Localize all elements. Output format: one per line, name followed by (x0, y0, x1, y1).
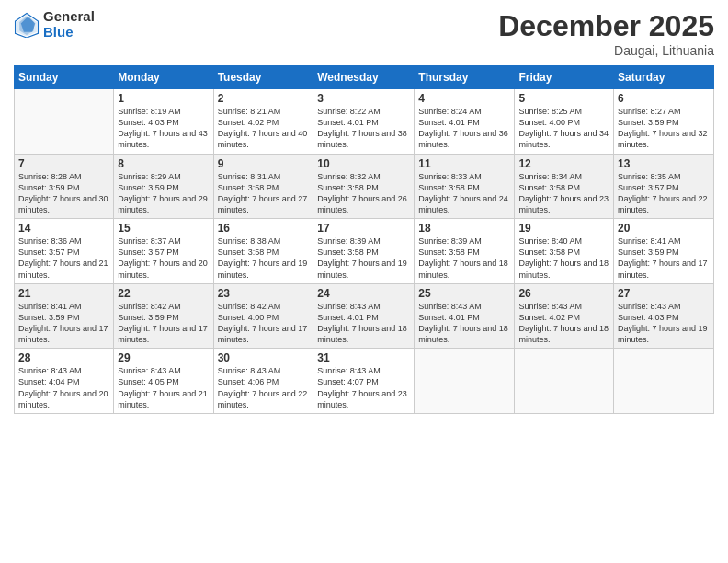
calendar-header-row: Sunday Monday Tuesday Wednesday Thursday… (15, 66, 714, 89)
day-info: Sunrise: 8:43 AMSunset: 4:03 PMDaylight:… (618, 301, 710, 346)
day-info: Sunrise: 8:24 AMSunset: 4:01 PMDaylight:… (418, 106, 510, 151)
day-number: 28 (18, 351, 109, 364)
table-row: 12Sunrise: 8:34 AMSunset: 3:58 PMDayligh… (515, 154, 614, 219)
day-number: 25 (418, 287, 510, 300)
table-row: 2Sunrise: 8:21 AMSunset: 4:02 PMDaylight… (213, 89, 313, 155)
table-row: 19Sunrise: 8:40 AMSunset: 3:58 PMDayligh… (515, 219, 614, 284)
table-row: 22Sunrise: 8:42 AMSunset: 3:59 PMDayligh… (114, 283, 213, 349)
table-row: 20Sunrise: 8:41 AMSunset: 3:59 PMDayligh… (614, 219, 714, 284)
day-info: Sunrise: 8:31 AMSunset: 3:58 PMDaylight:… (218, 171, 310, 216)
day-number: 20 (618, 222, 710, 235)
day-info: Sunrise: 8:43 AMSunset: 4:05 PMDaylight:… (118, 365, 209, 410)
day-number: 3 (317, 92, 410, 105)
day-number: 31 (317, 351, 410, 364)
day-info: Sunrise: 8:35 AMSunset: 3:57 PMDaylight:… (618, 171, 710, 216)
day-number: 30 (218, 351, 310, 364)
day-info: Sunrise: 8:43 AMSunset: 4:01 PMDaylight:… (317, 301, 410, 346)
col-tuesday: Tuesday (213, 66, 313, 89)
day-info: Sunrise: 8:41 AMSunset: 3:59 PMDaylight:… (18, 301, 109, 346)
col-wednesday: Wednesday (313, 66, 415, 89)
table-row: 10Sunrise: 8:32 AMSunset: 3:58 PMDayligh… (313, 154, 415, 219)
day-number: 1 (118, 92, 209, 105)
table-row (614, 349, 714, 414)
day-info: Sunrise: 8:32 AMSunset: 3:58 PMDaylight:… (317, 171, 410, 216)
day-number: 2 (218, 92, 310, 105)
col-thursday: Thursday (415, 66, 515, 89)
page: General Blue December 2025 Daugai, Lithu… (0, 0, 728, 563)
day-info: Sunrise: 8:25 AMSunset: 4:00 PMDaylight:… (518, 106, 609, 151)
day-info: Sunrise: 8:39 AMSunset: 3:58 PMDaylight:… (317, 236, 410, 281)
table-row: 31Sunrise: 8:43 AMSunset: 4:07 PMDayligh… (313, 349, 415, 414)
day-info: Sunrise: 8:22 AMSunset: 4:01 PMDaylight:… (317, 106, 410, 151)
day-number: 23 (218, 287, 310, 300)
location: Daugai, Lithuania (498, 43, 714, 58)
table-row: 26Sunrise: 8:43 AMSunset: 4:02 PMDayligh… (515, 283, 614, 349)
table-row: 9Sunrise: 8:31 AMSunset: 3:58 PMDaylight… (213, 154, 313, 219)
table-row: 29Sunrise: 8:43 AMSunset: 4:05 PMDayligh… (114, 349, 213, 414)
calendar-week-row: 21Sunrise: 8:41 AMSunset: 3:59 PMDayligh… (15, 283, 714, 349)
col-monday: Monday (114, 66, 213, 89)
table-row: 5Sunrise: 8:25 AMSunset: 4:00 PMDaylight… (515, 89, 614, 155)
calendar-table: Sunday Monday Tuesday Wednesday Thursday… (14, 65, 714, 414)
day-number: 24 (317, 287, 410, 300)
day-info: Sunrise: 8:19 AMSunset: 4:03 PMDaylight:… (118, 106, 209, 151)
day-info: Sunrise: 8:37 AMSunset: 3:57 PMDaylight:… (118, 236, 209, 281)
day-number: 26 (518, 287, 609, 300)
day-info: Sunrise: 8:41 AMSunset: 3:59 PMDaylight:… (618, 236, 710, 281)
table-row: 21Sunrise: 8:41 AMSunset: 3:59 PMDayligh… (15, 283, 114, 349)
day-info: Sunrise: 8:43 AMSunset: 4:07 PMDaylight:… (317, 365, 410, 410)
table-row: 15Sunrise: 8:37 AMSunset: 3:57 PMDayligh… (114, 219, 213, 284)
day-number: 7 (18, 157, 109, 170)
col-sunday: Sunday (15, 66, 114, 89)
calendar-week-row: 7Sunrise: 8:28 AMSunset: 3:59 PMDaylight… (15, 154, 714, 219)
day-number: 19 (518, 222, 609, 235)
table-row: 6Sunrise: 8:27 AMSunset: 3:59 PMDaylight… (614, 89, 714, 155)
day-number: 17 (317, 222, 410, 235)
day-info: Sunrise: 8:43 AMSunset: 4:02 PMDaylight:… (518, 301, 609, 346)
day-number: 18 (418, 222, 510, 235)
day-number: 6 (618, 92, 710, 105)
col-saturday: Saturday (614, 66, 714, 89)
day-info: Sunrise: 8:28 AMSunset: 3:59 PMDaylight:… (18, 171, 109, 216)
day-number: 12 (518, 157, 609, 170)
calendar-week-row: 14Sunrise: 8:36 AMSunset: 3:57 PMDayligh… (15, 219, 714, 284)
table-row (515, 349, 614, 414)
day-info: Sunrise: 8:33 AMSunset: 3:58 PMDaylight:… (418, 171, 510, 216)
table-row (415, 349, 515, 414)
day-number: 14 (18, 222, 109, 235)
day-info: Sunrise: 8:42 AMSunset: 3:59 PMDaylight:… (118, 301, 209, 346)
table-row: 30Sunrise: 8:43 AMSunset: 4:06 PMDayligh… (213, 349, 313, 414)
day-info: Sunrise: 8:43 AMSunset: 4:06 PMDaylight:… (218, 365, 310, 410)
day-info: Sunrise: 8:42 AMSunset: 4:00 PMDaylight:… (218, 301, 310, 346)
table-row: 4Sunrise: 8:24 AMSunset: 4:01 PMDaylight… (415, 89, 515, 155)
table-row: 17Sunrise: 8:39 AMSunset: 3:58 PMDayligh… (313, 219, 415, 284)
day-number: 5 (518, 92, 609, 105)
day-number: 11 (418, 157, 510, 170)
table-row: 27Sunrise: 8:43 AMSunset: 4:03 PMDayligh… (614, 283, 714, 349)
day-info: Sunrise: 8:34 AMSunset: 3:58 PMDaylight:… (518, 171, 609, 216)
logo-icon (14, 12, 40, 38)
month-title: December 2025 (498, 9, 714, 43)
day-info: Sunrise: 8:43 AMSunset: 4:01 PMDaylight:… (418, 301, 510, 346)
logo-text: General Blue (43, 9, 95, 40)
table-row: 13Sunrise: 8:35 AMSunset: 3:57 PMDayligh… (614, 154, 714, 219)
day-info: Sunrise: 8:43 AMSunset: 4:04 PMDaylight:… (18, 365, 109, 410)
day-number: 27 (618, 287, 710, 300)
day-number: 10 (317, 157, 410, 170)
table-row: 14Sunrise: 8:36 AMSunset: 3:57 PMDayligh… (15, 219, 114, 284)
day-info: Sunrise: 8:39 AMSunset: 3:58 PMDaylight:… (418, 236, 510, 281)
day-number: 29 (118, 351, 209, 364)
table-row: 18Sunrise: 8:39 AMSunset: 3:58 PMDayligh… (415, 219, 515, 284)
logo: General Blue (14, 9, 95, 40)
day-number: 8 (118, 157, 209, 170)
table-row: 23Sunrise: 8:42 AMSunset: 4:00 PMDayligh… (213, 283, 313, 349)
calendar-week-row: 1Sunrise: 8:19 AMSunset: 4:03 PMDaylight… (15, 89, 714, 155)
table-row: 25Sunrise: 8:43 AMSunset: 4:01 PMDayligh… (415, 283, 515, 349)
logo-general-text: General (43, 9, 95, 25)
day-number: 22 (118, 287, 209, 300)
day-number: 21 (18, 287, 109, 300)
day-info: Sunrise: 8:38 AMSunset: 3:58 PMDaylight:… (218, 236, 310, 281)
table-row: 8Sunrise: 8:29 AMSunset: 3:59 PMDaylight… (114, 154, 213, 219)
table-row: 7Sunrise: 8:28 AMSunset: 3:59 PMDaylight… (15, 154, 114, 219)
table-row: 28Sunrise: 8:43 AMSunset: 4:04 PMDayligh… (15, 349, 114, 414)
